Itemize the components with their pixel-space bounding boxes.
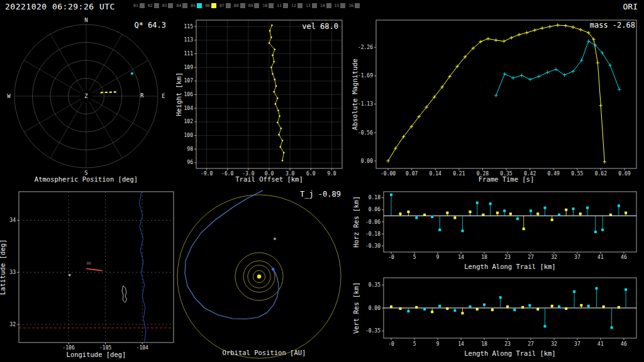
station-id-label: 02 (148, 3, 153, 8)
svg-text:-0.30: -0.30 (365, 243, 380, 249)
station-indicator-02: 02 (148, 3, 159, 8)
svg-text:46: 46 (621, 341, 627, 347)
svg-text:0.07: 0.07 (406, 171, 418, 177)
station-id-label: 10 (262, 3, 267, 8)
meteor-analysis-dashboard: 20221020 06:29:26 UTC 010203040506070809… (0, 0, 644, 362)
svg-text:Orbital Position [AU]: Orbital Position [AU] (223, 349, 306, 356)
station-status-box (154, 3, 159, 8)
station-id-label: 13 (306, 3, 311, 8)
svg-text:111: 111 (184, 51, 194, 57)
svg-text:106: 106 (184, 92, 194, 97)
svg-text:-0.35: -0.35 (365, 328, 380, 334)
svg-text:-0.06: -0.06 (365, 219, 380, 225)
svg-text:-106: -106 (62, 345, 74, 351)
station-indicator-11: 11 (277, 3, 288, 8)
panel-ground-track: -106-105-104323334Longitude [deg]Latitud… (0, 187, 176, 362)
station-id-label: 01 (133, 3, 138, 8)
station-indicator-15: 15 (335, 3, 346, 8)
station-status-box (226, 3, 231, 8)
station-id-label: 09 (248, 3, 253, 8)
light-curve-plot: -0.000.070.140.210.280.350.420.490.550.6… (352, 14, 644, 187)
svg-text:9: 9 (436, 341, 440, 347)
svg-text:98: 98 (187, 146, 193, 152)
svg-text:vel 68.0: vel 68.0 (302, 22, 338, 31)
station-strip: 01020304050607080910111213141516 (133, 3, 360, 8)
svg-text:Longitude [deg]: Longitude [deg] (67, 351, 126, 358)
station-id-label: 03 (162, 3, 167, 8)
svg-text:14: 14 (458, 255, 464, 260)
svg-text:23: 23 (504, 255, 511, 260)
svg-text:9.0: 9.0 (327, 171, 336, 177)
station-id-label: 04 (176, 3, 181, 8)
svg-text:-1.69: -1.69 (358, 73, 373, 79)
station-status-box (340, 3, 345, 8)
station-indicator-16: 16 (348, 3, 360, 8)
svg-text:104: 104 (184, 106, 194, 111)
svg-text:Height [km]: Height [km] (176, 72, 182, 116)
svg-text:W: W (7, 93, 11, 99)
svg-text:0.35: 0.35 (369, 282, 380, 288)
svg-text:-0.18: -0.18 (365, 231, 380, 237)
station-status-box (240, 3, 245, 8)
station-id-label: 14 (320, 3, 325, 8)
svg-text:0.21: 0.21 (453, 171, 465, 177)
svg-text:113: 113 (184, 37, 194, 43)
station-status-box (211, 3, 216, 8)
orbital-position-plot: T_j -0.89Orbital Position [AU] (176, 187, 352, 362)
svg-text:Length Along Trail [km]: Length Along Trail [km] (464, 263, 555, 270)
svg-text:96: 96 (187, 160, 193, 165)
svg-text:41: 41 (597, 255, 604, 260)
station-id-label: 12 (291, 3, 296, 8)
svg-text:T_j -0.89: T_j -0.89 (300, 190, 341, 199)
station-status-box (283, 3, 288, 8)
panel-light-curve: -0.000.070.140.210.280.350.420.490.550.6… (352, 14, 644, 187)
svg-text:27: 27 (528, 255, 534, 260)
station-indicator-08: 08 (234, 3, 245, 8)
station-status-box (140, 3, 145, 8)
svg-text:-9.0: -9.0 (201, 171, 213, 177)
svg-text:102: 102 (184, 119, 194, 124)
svg-text:23: 23 (504, 341, 511, 347)
timestamp: 20221020 06:29:26 UTC (5, 2, 115, 11)
station-id-label: 07 (219, 3, 225, 8)
svg-text:6.0: 6.0 (306, 171, 316, 177)
svg-text:0.00: 0.00 (361, 158, 373, 164)
svg-text:0.14: 0.14 (430, 171, 441, 177)
station-status-box (269, 3, 274, 8)
svg-text:06: 06 (87, 261, 92, 265)
svg-text:-0.56: -0.56 (358, 130, 373, 136)
svg-text:33: 33 (9, 270, 16, 275)
panel-vert-residuals: -05914182327323741460.350.00-0.35Length … (352, 275, 644, 362)
panel-horz-residuals: -05914182327323741460.180.06-0.06-0.18-0… (352, 187, 644, 275)
svg-text:37: 37 (574, 341, 580, 347)
svg-text:Absolute Magnitude: Absolute Magnitude (352, 58, 358, 130)
svg-text:18: 18 (481, 255, 487, 260)
svg-text:0.00: 0.00 (369, 305, 380, 311)
svg-text:-1.13: -1.13 (358, 101, 373, 107)
svg-text:-0: -0 (388, 341, 394, 347)
svg-text:32: 32 (9, 322, 16, 327)
station-status-box (355, 3, 360, 8)
svg-text:-105: -105 (99, 345, 111, 351)
vert-residuals-plot: -05914182327323741460.350.00-0.35Length … (352, 275, 644, 362)
svg-text:mass -2.68: mass -2.68 (590, 21, 635, 30)
svg-text:9: 9 (436, 255, 440, 260)
svg-text:N: N (84, 17, 87, 23)
station-id-label: 08 (234, 3, 239, 8)
station-status-box (326, 3, 331, 8)
station-id-label: 05 (191, 3, 196, 8)
station-status-box (312, 3, 317, 8)
svg-text:37: 37 (574, 255, 580, 260)
station-id-label: 15 (335, 3, 340, 8)
station-indicator-03: 03 (162, 3, 174, 8)
station-status-box (254, 3, 259, 8)
svg-text:115: 115 (184, 24, 194, 30)
station-indicator-04: 04 (176, 3, 187, 8)
svg-text:32: 32 (551, 341, 557, 347)
svg-text:Vert Res [km]: Vert Res [km] (352, 282, 360, 334)
header-bar: 20221020 06:29:26 UTC 010203040506070809… (0, 0, 644, 14)
station-status-box (197, 3, 202, 8)
station-indicator-01: 01 (133, 3, 145, 8)
station-indicator-05: 05 (191, 3, 202, 8)
svg-text:0.49: 0.49 (548, 171, 560, 177)
